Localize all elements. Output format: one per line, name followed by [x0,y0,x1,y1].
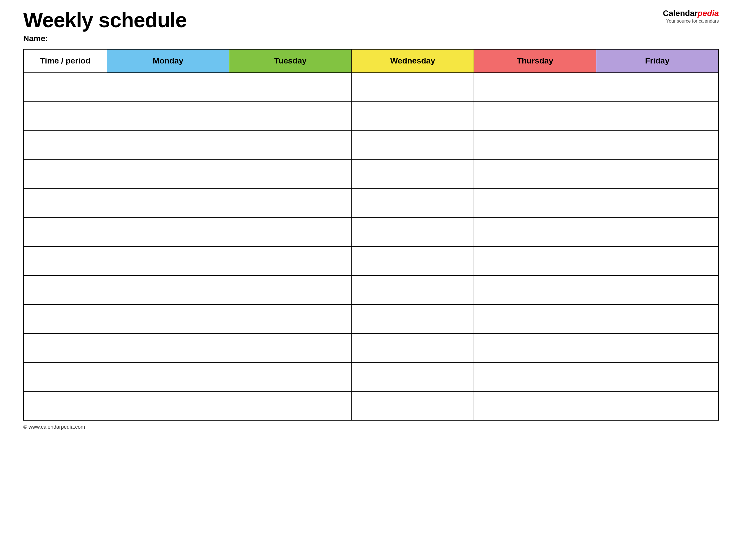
table-cell[interactable] [474,275,596,304]
table-cell[interactable] [107,333,229,362]
table-cell[interactable] [229,333,352,362]
schedule-body [23,72,719,420]
table-cell[interactable] [352,304,474,333]
table-cell[interactable] [352,275,474,304]
table-cell[interactable] [229,189,352,217]
table-cell[interactable] [23,217,107,246]
table-cell[interactable] [474,304,596,333]
table-cell[interactable] [23,189,107,217]
logo-subtitle: Your source for calendars [666,18,719,24]
col-header-monday: Monday [107,49,229,72]
name-label: Name: [23,34,187,43]
footer-url: © www.calendarpedia.com [23,424,85,430]
table-cell[interactable] [107,159,229,189]
table-cell[interactable] [23,101,107,131]
table-cell[interactable] [596,304,719,333]
table-cell[interactable] [474,101,596,131]
table-cell[interactable] [474,246,596,275]
table-cell[interactable] [596,189,719,217]
table-cell[interactable] [596,275,719,304]
table-cell[interactable] [596,362,719,391]
table-row [23,362,719,391]
table-cell[interactable] [107,391,229,420]
table-cell[interactable] [107,217,229,246]
table-cell[interactable] [352,131,474,159]
table-cell[interactable] [352,333,474,362]
table-cell[interactable] [474,72,596,101]
header-section: Weekly schedule Name: Calendarpedia Your… [23,9,719,43]
col-header-wednesday: Wednesday [352,49,474,72]
table-cell[interactable] [474,362,596,391]
table-cell[interactable] [107,275,229,304]
table-cell[interactable] [474,189,596,217]
table-cell[interactable] [352,217,474,246]
table-cell[interactable] [474,159,596,189]
table-row [23,391,719,420]
table-row [23,131,719,159]
table-cell[interactable] [474,333,596,362]
table-cell[interactable] [229,72,352,101]
table-cell[interactable] [23,362,107,391]
table-cell[interactable] [23,275,107,304]
table-cell[interactable] [474,217,596,246]
table-cell[interactable] [352,72,474,101]
table-cell[interactable] [352,189,474,217]
table-cell[interactable] [596,159,719,189]
table-cell[interactable] [229,101,352,131]
table-cell[interactable] [596,217,719,246]
table-row [23,275,719,304]
table-cell[interactable] [474,131,596,159]
table-cell[interactable] [23,304,107,333]
table-cell[interactable] [596,333,719,362]
table-cell[interactable] [229,131,352,159]
table-cell[interactable] [596,72,719,101]
table-cell[interactable] [107,72,229,101]
table-cell[interactable] [23,131,107,159]
table-cell[interactable] [23,333,107,362]
table-row [23,304,719,333]
table-row [23,159,719,189]
table-cell[interactable] [352,159,474,189]
table-cell[interactable] [229,159,352,189]
col-header-tuesday: Tuesday [229,49,352,72]
table-cell[interactable] [229,362,352,391]
table-row [23,189,719,217]
logo-pedia-part: pedia [698,9,719,18]
footer: © www.calendarpedia.com [23,424,719,430]
col-header-friday: Friday [596,49,719,72]
table-header-row: Time / period Monday Tuesday Wednesday T… [23,49,719,72]
schedule-table: Time / period Monday Tuesday Wednesday T… [23,49,719,420]
table-cell[interactable] [229,304,352,333]
table-cell[interactable] [352,391,474,420]
table-cell[interactable] [352,101,474,131]
table-cell[interactable] [596,131,719,159]
logo-calendar-part: Calendar [663,9,698,18]
table-cell[interactable] [229,246,352,275]
table-cell[interactable] [229,275,352,304]
table-cell[interactable] [352,246,474,275]
table-cell[interactable] [107,362,229,391]
table-cell[interactable] [23,246,107,275]
table-cell[interactable] [23,72,107,101]
table-cell[interactable] [107,131,229,159]
table-row [23,217,719,246]
table-cell[interactable] [596,101,719,131]
table-cell[interactable] [23,159,107,189]
table-row [23,101,719,131]
table-cell[interactable] [107,189,229,217]
table-cell[interactable] [229,217,352,246]
table-cell[interactable] [107,304,229,333]
table-cell[interactable] [474,391,596,420]
logo-area: Calendarpedia Your source for calendars [663,9,719,24]
title-area: Weekly schedule Name: [23,9,187,43]
table-cell[interactable] [107,101,229,131]
table-cell[interactable] [596,246,719,275]
page-container: Weekly schedule Name: Calendarpedia Your… [23,9,719,430]
table-cell[interactable] [229,391,352,420]
table-cell[interactable] [596,391,719,420]
table-cell[interactable] [23,391,107,420]
table-row [23,333,719,362]
table-cell[interactable] [107,246,229,275]
page-title: Weekly schedule [23,9,187,32]
table-cell[interactable] [352,362,474,391]
